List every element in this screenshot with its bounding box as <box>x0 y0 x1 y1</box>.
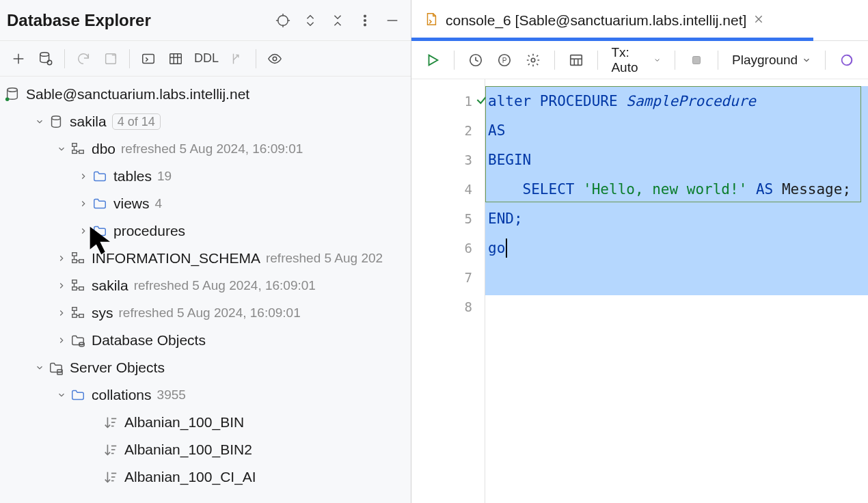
editor-panel: console_6 [Sable@sanctuarium.labs.intell… <box>411 0 868 503</box>
tx-mode-label: Tx: Auto <box>611 45 649 75</box>
code-token: SampleProcedure <box>626 93 756 109</box>
schema-icon <box>68 305 87 321</box>
line-number: 8 <box>465 299 472 314</box>
line-number: 3 <box>465 152 472 167</box>
schema-node-sys[interactable]: sys refreshed 5 Aug 2024, 16:09:01 <box>0 299 411 327</box>
svg-rect-24 <box>72 150 77 154</box>
svg-rect-14 <box>143 54 154 63</box>
svg-point-12 <box>47 60 51 64</box>
chevron-right-icon[interactable] <box>77 199 90 208</box>
schema-meta: refreshed 5 Aug 2024, 16:09:01 <box>134 278 316 293</box>
schema-icon <box>68 251 87 266</box>
svg-point-19 <box>273 57 277 61</box>
chevron-right-icon[interactable] <box>55 281 68 290</box>
code-token: 'Hello, new world!' <box>583 181 747 198</box>
navigate-button[interactable] <box>224 46 250 72</box>
commit-button[interactable] <box>683 47 709 73</box>
chevron-down-icon[interactable] <box>55 390 68 400</box>
add-button[interactable] <box>5 46 31 72</box>
svg-rect-33 <box>72 314 77 318</box>
history-button[interactable] <box>463 47 489 73</box>
server-objects-label: Server Objects <box>70 359 165 376</box>
chevron-down-icon[interactable] <box>33 363 46 372</box>
schema-node-dbo[interactable]: dbo refreshed 5 Aug 2024, 16:09:01 <box>0 135 411 163</box>
close-icon[interactable] <box>753 14 764 27</box>
svg-rect-26 <box>72 253 77 256</box>
gutter: 1 2 3 4 5 6 7 8 <box>411 79 485 503</box>
collation-item[interactable]: Albanian_100_CI_AI <box>0 463 411 491</box>
chevron-down-icon[interactable] <box>33 117 46 126</box>
run-button[interactable] <box>420 47 446 73</box>
tab-console[interactable]: console_6 [Sable@sanctuarium.labs.intell… <box>411 0 776 41</box>
text-caret <box>506 239 507 258</box>
schema-node-information-schema[interactable]: INFORMATION_SCHEMA refreshed 5 Aug 202 <box>0 245 411 272</box>
sql-editor[interactable]: 1 2 3 4 5 6 7 8 alter PROCEDURE SamplePr… <box>411 79 868 503</box>
datasource-properties-button[interactable] <box>33 46 59 72</box>
playground-selector[interactable]: Playground <box>727 53 817 68</box>
explain-plan-button[interactable]: P <box>491 47 517 73</box>
database-node[interactable]: sakila 4 of 14 <box>0 108 411 135</box>
code-token: SELECT <box>488 181 583 198</box>
chevron-right-icon[interactable] <box>55 336 68 345</box>
table-view-button[interactable] <box>163 46 189 72</box>
folder-icon <box>90 196 109 211</box>
panel-header: Database Explorer <box>0 0 411 41</box>
chevron-down-icon[interactable] <box>55 144 68 154</box>
datasource-label: Sable@sanctuarium.labs.intellij.net <box>26 86 249 103</box>
tables-label: tables <box>113 168 152 185</box>
tx-mode-selector[interactable]: Tx: Auto <box>606 45 666 75</box>
chevron-right-icon[interactable] <box>55 254 68 263</box>
svg-rect-61 <box>693 56 701 64</box>
schema-meta: refreshed 5 Aug 2024, 16:09:01 <box>121 141 303 157</box>
ai-assistant-button[interactable] <box>834 47 860 73</box>
chevron-right-icon[interactable] <box>77 172 90 181</box>
chevron-right-icon[interactable] <box>77 226 90 236</box>
sort-icon <box>101 442 120 457</box>
collations-node[interactable]: collations 3955 <box>0 381 411 409</box>
ddl-button[interactable]: DDL <box>190 46 223 72</box>
stop-button[interactable] <box>98 46 124 72</box>
line-number: 2 <box>465 123 472 138</box>
expand-collapse-icon[interactable] <box>299 9 322 32</box>
schema-label: sakila <box>92 277 128 294</box>
more-options-icon[interactable] <box>353 9 377 32</box>
console-file-icon <box>424 12 439 29</box>
procedures-node[interactable]: procedures <box>0 217 411 245</box>
svg-rect-29 <box>72 280 77 284</box>
folder-icon <box>68 388 87 403</box>
database-explorer-panel: Database Explorer <box>0 0 411 503</box>
output-layout-button[interactable] <box>563 47 589 73</box>
views-node[interactable]: views 4 <box>0 190 411 217</box>
schema-node-sakila[interactable]: sakila refreshed 5 Aug 2024, 16:09:01 <box>0 272 411 299</box>
refresh-button[interactable] <box>70 46 96 72</box>
tables-node[interactable]: tables 19 <box>0 163 411 190</box>
svg-rect-27 <box>72 260 77 263</box>
target-icon[interactable] <box>271 9 295 32</box>
server-objects-node[interactable]: Server Objects <box>0 354 411 381</box>
svg-rect-25 <box>79 150 83 154</box>
database-count: 4 of 14 <box>112 113 161 130</box>
schema-icon <box>68 278 87 293</box>
playground-label: Playground <box>732 53 798 68</box>
database-objects-node[interactable]: Database Objects <box>0 327 411 354</box>
collation-item[interactable]: Albanian_100_BIN <box>0 409 411 436</box>
datasource-node[interactable]: Sable@sanctuarium.labs.intellij.net <box>0 81 411 108</box>
code-token: END; <box>488 210 523 227</box>
jump-to-console-button[interactable] <box>135 46 161 72</box>
line-number: 1 <box>465 94 472 109</box>
app-root: Database Explorer <box>0 0 868 503</box>
chevron-right-icon[interactable] <box>55 308 68 318</box>
collation-label: Albanian_100_BIN <box>124 414 244 431</box>
collation-item[interactable]: Albanian_100_BIN2 <box>0 436 411 463</box>
settings-button[interactable] <box>520 47 546 73</box>
code-area[interactable]: alter PROCEDURE SampleProcedure AS BEGIN… <box>485 79 868 503</box>
collapse-all-icon[interactable] <box>326 9 349 32</box>
tab-title: console_6 [Sable@sanctuarium.labs.intell… <box>446 12 746 29</box>
folder-icon <box>90 223 109 239</box>
svg-point-21 <box>5 98 9 102</box>
code-token: go <box>488 240 505 256</box>
svg-rect-15 <box>170 53 182 64</box>
minimize-icon[interactable] <box>381 9 404 32</box>
database-tree[interactable]: Sable@sanctuarium.labs.intellij.net saki… <box>0 77 411 503</box>
view-options-button[interactable] <box>262 46 288 72</box>
